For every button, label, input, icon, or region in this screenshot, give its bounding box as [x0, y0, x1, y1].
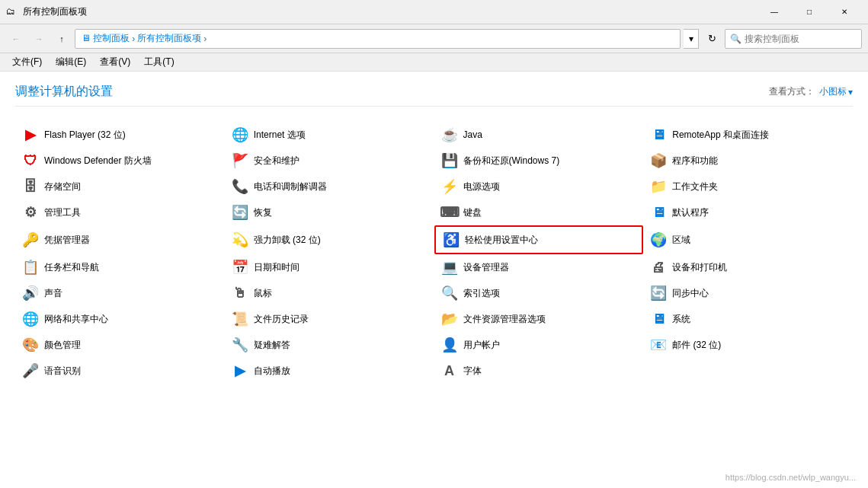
item-label: 设备管理器 — [463, 261, 509, 274]
menu-view[interactable]: 查看(V) — [94, 54, 136, 70]
cp-item[interactable]: 📦 程序和功能 — [643, 148, 853, 174]
minimize-button[interactable]: — — [757, 0, 792, 24]
cp-item[interactable]: 👤 用户帐户 — [434, 332, 644, 358]
cp-item[interactable]: 🔍 索引选项 — [434, 280, 644, 306]
up-button[interactable]: ↑ — [52, 29, 72, 49]
close-button[interactable]: ✕ — [827, 0, 862, 24]
maximize-button[interactable]: □ — [792, 0, 827, 24]
cp-item[interactable]: ⚙ 管理工具 — [15, 199, 225, 225]
item-label: Flash Player (32 位) — [44, 129, 126, 142]
cp-item[interactable]: 🔑 凭据管理器 — [15, 225, 225, 254]
cp-item[interactable]: 🖥 默认程序 — [643, 199, 853, 225]
item-icon: ⚡ — [440, 177, 459, 196]
cp-item[interactable]: 🖱 鼠标 — [225, 280, 434, 306]
cp-item[interactable]: 🌐 Internet 选项 — [225, 122, 434, 148]
cp-item[interactable]: 🎤 语音识别 — [15, 358, 225, 384]
item-icon: ▶ — [231, 362, 249, 380]
cp-item[interactable]: A 字体 — [434, 358, 644, 384]
view-type-button[interactable]: 小图标 ▾ — [819, 85, 853, 98]
address-sep-1: › — [132, 33, 135, 44]
item-label: 程序和功能 — [672, 155, 718, 167]
cp-item[interactable]: 📞 电话和调制解调器 — [225, 174, 434, 199]
cp-item[interactable]: 📧 邮件 (32 位) — [643, 332, 853, 358]
address-box[interactable]: 🖥 控制面板 › 所有控制面板项 › — [75, 29, 681, 49]
cp-item[interactable]: 🎨 颜色管理 — [15, 332, 225, 358]
item-label: Windows Defender 防火墙 — [44, 155, 152, 167]
item-label: 电话和调制解调器 — [254, 180, 327, 193]
cp-item[interactable]: 🔄 恢复 — [225, 199, 434, 225]
cp-item[interactable]: 💾 备份和还原(Windows 7) — [434, 148, 644, 174]
item-icon: 📁 — [649, 177, 668, 196]
back-button[interactable]: ← — [6, 29, 26, 49]
cp-item[interactable]: 🗄 存储空间 — [15, 174, 225, 199]
cp-item[interactable]: 🔧 疑难解答 — [225, 332, 434, 358]
item-icon: 🎤 — [21, 362, 40, 380]
cp-item[interactable]: 📅 日期和时间 — [225, 254, 434, 280]
search-input[interactable] — [745, 33, 859, 44]
item-icon: 🛡 — [21, 152, 40, 170]
cp-item[interactable]: 💻 设备管理器 — [434, 254, 644, 280]
cp-item[interactable]: ▶ Flash Player (32 位) — [15, 122, 225, 148]
refresh-button[interactable]: ↻ — [702, 29, 722, 49]
cp-item[interactable]: 📋 任务栏和导航 — [15, 254, 225, 280]
page-title: 调整计算机的设置 — [15, 84, 113, 100]
cp-item[interactable]: 📂 文件资源管理器选项 — [434, 306, 644, 332]
menubar: 文件(F) 编辑(E) 查看(V) 工具(T) — [0, 53, 868, 72]
cp-item[interactable]: 🌍 区域 — [643, 225, 853, 254]
item-icon: 🌐 — [21, 310, 40, 328]
cp-item[interactable]: ⚡ 电源选项 — [434, 174, 644, 199]
menu-tools[interactable]: 工具(T) — [138, 54, 180, 70]
cp-item[interactable]: ⌨ 键盘 — [434, 199, 644, 225]
item-label: 管理工具 — [44, 206, 81, 219]
item-label: 自动播放 — [254, 365, 290, 378]
cp-item[interactable]: 🖨 设备和打印机 — [643, 254, 853, 280]
cp-item[interactable]: 📁 工作文件夹 — [643, 174, 853, 199]
menu-file[interactable]: 文件(F) — [6, 54, 48, 70]
item-label: 安全和维护 — [254, 155, 299, 167]
address-part-2[interactable]: 所有控制面板项 — [137, 32, 201, 45]
cp-item[interactable]: 🌐 网络和共享中心 — [15, 306, 225, 332]
cp-item[interactable]: 🖥 系统 — [643, 306, 853, 332]
cp-item[interactable]: 🛡 Windows Defender 防火墙 — [15, 148, 225, 174]
watermark: https://blog.csdn.net/wlp_wangyu... — [725, 473, 856, 482]
cp-item[interactable]: 📜 文件历史记录 — [225, 306, 434, 332]
menu-edit[interactable]: 编辑(E) — [50, 54, 92, 70]
item-icon: 🖥 — [649, 203, 668, 222]
item-icon: 🌐 — [231, 126, 249, 144]
view-type-label: 小图标 — [819, 85, 847, 98]
item-icon: 🔍 — [440, 284, 459, 302]
titlebar: 🗂 所有控制面板项 — □ ✕ — [0, 0, 868, 24]
forward-button[interactable]: → — [29, 29, 49, 49]
item-icon: 🔄 — [649, 284, 668, 302]
item-icon: 🗄 — [21, 177, 40, 196]
item-label: Java — [463, 129, 482, 140]
item-label: 键盘 — [463, 206, 482, 219]
address-part-1[interactable]: 🖥 控制面板 — [82, 32, 130, 45]
item-icon: 🔧 — [231, 336, 249, 354]
address-dropdown[interactable]: ▾ — [684, 29, 699, 49]
cp-item[interactable]: 🔄 同步中心 — [643, 280, 853, 306]
item-label: 日期和时间 — [254, 261, 299, 274]
item-icon: ♿ — [442, 231, 460, 249]
cp-item[interactable]: ▶ 自动播放 — [225, 358, 434, 384]
item-icon: 🖥 — [649, 126, 668, 144]
cp-item[interactable]: 🚩 安全和维护 — [225, 148, 434, 174]
item-label: RemoteApp 和桌面连接 — [672, 129, 769, 142]
item-label: 声音 — [44, 287, 62, 300]
item-label: 恢复 — [254, 206, 272, 219]
item-label: 颜色管理 — [44, 339, 81, 352]
titlebar-title: 所有控制面板项 — [23, 5, 757, 18]
cp-item[interactable]: 🔊 声音 — [15, 280, 225, 306]
item-icon: 📜 — [231, 310, 249, 328]
item-label: 设备和打印机 — [672, 261, 727, 274]
view-label: 查看方式： — [769, 85, 815, 98]
item-label: 网络和共享中心 — [44, 313, 108, 326]
item-icon: 🔊 — [21, 284, 40, 302]
item-label: 存储空间 — [44, 180, 81, 193]
cp-item[interactable]: 💫 强力卸载 (32 位) — [225, 225, 434, 254]
cp-item[interactable]: ♿ 轻松使用设置中心 — [434, 225, 644, 254]
cp-item[interactable]: ☕ Java — [434, 122, 644, 148]
item-icon: 👤 — [440, 336, 459, 354]
cp-item[interactable]: 🖥 RemoteApp 和桌面连接 — [643, 122, 853, 148]
search-box[interactable]: 🔍 — [725, 29, 862, 49]
